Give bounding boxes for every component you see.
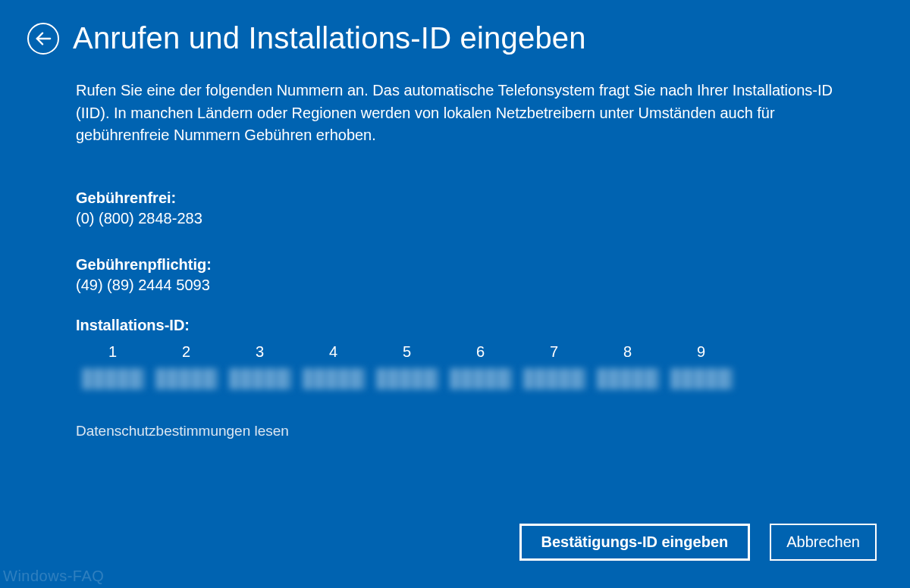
iid-value-obscured [229,368,291,389]
description-text: Rufen Sie eine der folgenden Nummern an.… [76,80,834,147]
iid-value-obscured [597,368,659,389]
installation-id-label: Installations-ID: [76,317,834,334]
privacy-link[interactable]: Datenschutzbestimmungen lesen [76,423,834,439]
installation-id-grid: 1 2 3 4 5 6 7 [76,343,834,389]
iid-value-obscured [303,368,365,389]
iid-value-obscured [450,368,512,389]
iid-column-number: 5 [403,343,411,361]
iid-value-obscured [155,368,218,389]
iid-column: 5 [370,343,444,389]
iid-column-number: 4 [329,343,337,361]
arrow-left-icon [35,30,52,47]
iid-value-obscured [82,368,144,389]
iid-column: 1 [76,343,149,389]
page-title: Anrufen und Installations-ID eingeben [73,21,586,55]
enter-confirmation-id-button[interactable]: Bestätigungs-ID eingeben [519,524,751,561]
iid-value-obscured [523,368,585,389]
iid-column-number: 6 [476,343,485,361]
iid-column: 9 [664,343,738,389]
iid-column-number: 9 [697,343,705,361]
back-button[interactable] [27,23,59,55]
watermark-text: Windows-FAQ [3,568,104,585]
cancel-button[interactable]: Abbrechen [770,524,877,561]
iid-value-obscured [376,368,438,389]
toll-free-label: Gebührenfrei: [76,189,834,207]
iid-column: 8 [591,343,664,389]
iid-column: 2 [149,343,223,389]
iid-column-number: 7 [550,343,558,361]
iid-value-obscured [670,368,733,389]
iid-column: 4 [297,343,370,389]
toll-free-number: (0) (800) 2848-283 [76,210,834,227]
iid-column-number: 3 [256,343,264,361]
iid-column: 3 [223,343,297,389]
iid-column-number: 1 [108,343,117,361]
iid-column-number: 2 [182,343,190,361]
iid-column-number: 8 [623,343,632,361]
toll-number: (49) (89) 2444 5093 [76,277,834,294]
iid-column: 6 [444,343,517,389]
iid-column: 7 [517,343,591,389]
toll-label: Gebührenpflichtig: [76,256,834,274]
